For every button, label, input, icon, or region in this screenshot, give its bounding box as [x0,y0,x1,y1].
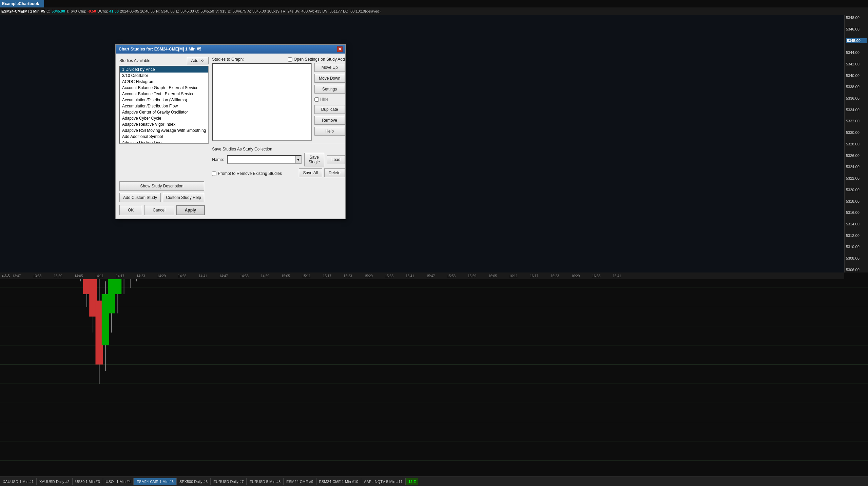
study-item-8[interactable]: Adaptive Cyber Cycle [120,115,208,121]
h-value: 5346.00 [161,9,175,13]
symbol-label: ESM24-CME[M] [1,9,29,13]
time-label: T: [66,9,70,13]
hide-checkbox[interactable] [314,97,319,102]
o-label: O: [195,9,199,13]
price-5330: 5330.00 [846,130,867,135]
save-dropdown-arrow[interactable]: ▼ [295,156,301,163]
move-down-button[interactable]: Move Down [314,74,345,83]
save-single-button[interactable]: Save Single [304,153,324,166]
b-value: 5344.75 [233,9,246,13]
save-section: Save Studies As Study Collection Name: ▼… [212,144,345,177]
study-item-1[interactable]: 3/10 Oscillator [120,73,208,79]
save-name-row: Name: ▼ Save Single Load [212,153,345,166]
load-button[interactable]: Load [327,155,345,164]
l-value: 5345.00 [180,9,194,13]
a-label: A: [248,9,251,13]
study-item-2[interactable]: AC/DC Histogram [120,79,208,85]
study-item-3[interactable]: Account Balance Graph - External Service [120,85,208,91]
study-item-9[interactable]: Adaptive Relative Vigor Index [120,121,208,127]
time-1641: 16:41 [613,274,621,278]
dialog-top-row: Studies Available: Add >> 1 Divided by P… [119,57,342,177]
app-title: ExampleChartbook [2,1,39,6]
a-value: 5345.00 [252,9,266,13]
move-up-button[interactable]: Move Up [314,63,345,72]
tab-eurusd-daily[interactable]: EURUSD Daily #7 [211,478,247,485]
tab-aapl-nqtv[interactable]: AAPL-NQTV 5 Min #11 [361,478,406,485]
delete-button[interactable]: Delete [324,168,345,177]
price-5342: 5342.00 [846,62,867,66]
time-1617: 16:17 [530,274,538,278]
time-1359: 13:59 [54,274,62,278]
help-button[interactable]: Help [314,127,345,136]
remove-button[interactable]: Remove [314,116,345,125]
tab-spx500-daily[interactable]: SPX500 Daily #6 [177,478,211,485]
study-item-11[interactable]: Add Additional Symbol [120,134,208,140]
prompt-checkbox-row: Prompt to Remove Existing Studies [212,171,282,176]
show-study-description-button[interactable]: Show Study Description [119,181,204,191]
custom-study-help-button[interactable]: Custom Study Help [163,193,204,202]
price-5328: 5328.00 [846,142,867,146]
tab-esm24-10[interactable]: ESM24-CME 1 Min #10 [316,478,362,485]
tab-eurusd-5min[interactable]: EURUSD 5 Min #8 [247,478,284,485]
save-name-input[interactable] [228,157,295,163]
price-5332: 5332.00 [846,119,867,123]
price-5345-highlight: 5345.00 [846,38,867,43]
study-item-12[interactable]: Advance Decline Line [120,140,208,143]
time-1611: 16:11 [509,274,518,278]
prompt-remove-checkbox[interactable] [212,171,216,176]
time-1459: 14:59 [261,274,269,278]
duplicate-button[interactable]: Duplicate [314,105,345,114]
close-value: 5345.00 [52,9,65,13]
tab-usoil-1min[interactable]: USOil 1 Min #4 [103,478,134,485]
right-section: Studies to Graph: Open Settings on Study… [212,57,345,177]
price-5346: 5346.00 [846,27,867,31]
study-item-4[interactable]: Account Balance Text - External Service [120,91,208,97]
chart-studies-dialog: Chart Studies for: ESM24-CME[M] 1 Min #5… [115,44,346,219]
settings-button[interactable]: Settings [314,85,345,94]
tab-us30-1min[interactable]: US30 1 Min #3 [73,478,103,485]
right-panel-header: Studies to Graph: Open Settings on Study… [212,57,345,62]
hide-label: Hide [320,97,329,102]
time-1523: 15:23 [344,274,352,278]
tab-esm24-9[interactable]: ESM24-CME #9 [284,478,316,485]
price-5310: 5310.00 [846,245,867,249]
tab-xauusd-daily[interactable]: XAUUSD Daily #2 [37,478,73,485]
h-label: H: [156,9,160,13]
open-settings-checkbox[interactable] [288,57,292,62]
dchg-label: DChg: [97,9,108,13]
symbol-tabs-bar: XAUUSD 1 Min #1 XAUUSD Daily #2 US30 1 M… [0,477,868,486]
study-item-10[interactable]: Adaptive RSI Moving Average With Smoothi… [120,127,208,134]
dialog-content: Studies Available: Add >> 1 Divided by P… [116,54,345,219]
study-item-6[interactable]: Accumulation/Distribution Flow [120,103,208,109]
time-1447: 14:47 [219,274,228,278]
studies-list[interactable]: 1 Divided by Price 3/10 Oscillator AC/DC… [120,66,208,143]
price-5312: 5312.00 [846,234,867,238]
hide-row: Hide [314,96,345,103]
save-all-button[interactable]: Save All [299,168,322,177]
study-item-0[interactable]: 1 Divided by Price [120,66,208,73]
cancel-button[interactable]: Cancel [144,205,174,215]
chg-label: Chg: [78,9,86,13]
price-5306: 5306.00 [846,268,867,272]
left-panel: Studies Available: Add >> 1 Divided by P… [119,57,209,177]
info-bar: ESM24-CME[M] 1 Min #5 C: 5345.00 T: 640 … [0,7,868,15]
ok-cancel-row: OK Cancel Apply [119,205,342,215]
study-item-5[interactable]: Accumulation/Distribution (Williams) [120,97,208,103]
ok-button[interactable]: OK [119,205,142,215]
dialog-close-button[interactable]: ✕ [337,46,343,52]
dchg-value: 41.00 [109,9,119,13]
price-5324: 5324.00 [846,165,867,169]
apply-button[interactable]: Apply [176,205,205,215]
time-1547: 15:47 [426,274,435,278]
studies-available-label: Studies Available: [119,58,152,63]
tab-esm24-1min[interactable]: ESM24-CME 1 Min #5 [134,478,176,485]
studies-to-graph-list[interactable] [212,63,311,141]
study-item-7[interactable]: Adaptive Center of Gravity Oscillator [120,109,208,115]
dialog-title-bar: Chart Studies for: ESM24-CME[M] 1 Min #5… [116,45,345,54]
time-1441: 14:41 [199,274,207,278]
price-scale: 5348.00 5346.00 5345.00 5344.00 5342.00 … [844,15,868,272]
add-custom-study-button[interactable]: Add Custom Study [119,193,161,202]
add-button[interactable]: Add >> [187,57,209,64]
l-label: L: [176,9,179,13]
tab-xauusd-1min[interactable]: XAUUSD 1 Min #1 [0,478,37,485]
